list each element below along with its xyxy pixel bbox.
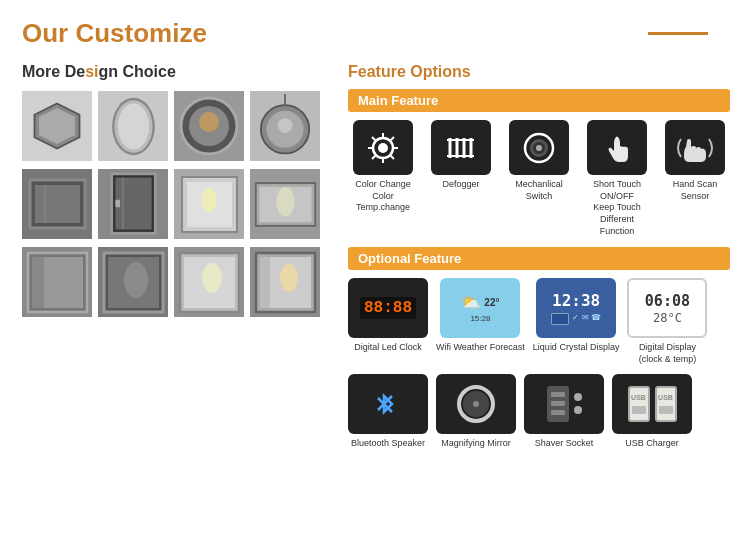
svg-point-6 <box>199 112 219 132</box>
design-hex <box>22 91 92 161</box>
svg-point-20 <box>201 188 217 212</box>
design-rect-frame <box>22 169 92 239</box>
opt-bluetooth: Bluetooth Speaker <box>348 374 428 450</box>
usb-label: USB Charger <box>625 438 679 450</box>
design-wide1 <box>22 247 92 317</box>
design-rect-landscape <box>250 169 320 239</box>
main-layout: More Design Choice <box>22 63 728 458</box>
left-panel: More Design Choice <box>22 63 332 458</box>
opt-shaver: Shaver Socket <box>524 374 604 450</box>
hand-scan-icon-box <box>665 120 725 175</box>
design-wide2 <box>98 247 168 317</box>
mech-switch-icon-box <box>509 120 569 175</box>
svg-rect-35 <box>260 257 270 308</box>
design-wide4 <box>250 247 320 317</box>
touch-icon-box <box>587 120 647 175</box>
feature-color-change: Color ChangeColor Temp.change <box>348 120 418 237</box>
optional-icons-row1: 88:88 Digital Led Clock ⛅ 22° 15:28 Wifi… <box>348 278 730 365</box>
feature-defogger: Defogger <box>426 120 496 237</box>
digital-clock-icon-box: 88:88 <box>348 278 428 338</box>
weather-label: Wifi Weather Forecast <box>436 342 525 354</box>
header: Our Customize <box>22 18 728 49</box>
bluetooth-label: Bluetooth Speaker <box>351 438 425 450</box>
clock-display: 88:88 <box>360 297 416 319</box>
design-circle-pendant <box>250 91 320 161</box>
main-feature-icons: Color ChangeColor Temp.change <box>348 120 730 237</box>
feature-colored: Feature <box>348 63 406 80</box>
svg-point-29 <box>124 262 148 298</box>
design-row-3 <box>22 247 332 317</box>
design-rect-square <box>174 169 244 239</box>
touch-label: Short Touch ON/OFFKeep Touch DifferentFu… <box>582 179 652 237</box>
svg-point-32 <box>202 263 222 293</box>
title-plain: Our <box>22 18 75 48</box>
digital-display2-icon-box: 06:08 28°C <box>627 278 707 338</box>
right-panel: Feature Options Main Feature <box>348 63 730 458</box>
shaver-icon-box <box>524 374 604 434</box>
design-choice-title: More Design Choice <box>22 63 332 81</box>
svg-point-23 <box>276 187 295 217</box>
design-row-2 <box>22 169 332 239</box>
svg-point-46 <box>378 143 388 153</box>
design-row-1 <box>22 91 332 161</box>
opt-digital-display2: 06:08 28°C Digital Display(clock & temp) <box>627 278 707 365</box>
digital-clock-label: Digital Led Clock <box>354 342 422 354</box>
design-rect-portrait <box>98 169 168 239</box>
hand-scan-label: Hand Scan Sensor <box>660 179 730 202</box>
page: Our Customize More Design Choice <box>0 0 750 536</box>
title-colored: Customize <box>75 18 206 48</box>
svg-line-43 <box>390 155 394 159</box>
svg-rect-15 <box>115 177 151 229</box>
bluetooth-icon-box <box>348 374 428 434</box>
digital-display2-label: Digital Display(clock & temp) <box>639 342 697 365</box>
opt-lcd: 12:38 ✓ ✉ ☎ Liquid Crystal Display <box>533 278 620 365</box>
svg-point-61 <box>473 401 479 407</box>
magnify-icon-box <box>436 374 516 434</box>
svg-rect-12 <box>35 185 80 223</box>
main-feature-bar: Main Feature <box>348 89 730 112</box>
color-change-icon-box <box>353 120 413 175</box>
design-wide3 <box>174 247 244 317</box>
optional-feature-bar: Optional Feature <box>348 247 730 270</box>
svg-rect-17 <box>115 199 120 206</box>
defogger-label: Defogger <box>442 179 479 191</box>
design-circle-lit <box>174 91 244 161</box>
svg-rect-26 <box>32 257 44 308</box>
feature-hand-scan: Hand Scan Sensor <box>660 120 730 237</box>
svg-point-36 <box>280 264 298 292</box>
page-title: Our Customize <box>22 18 207 49</box>
weather-icon-box: ⛅ 22° 15:28 <box>440 278 520 338</box>
mech-switch-label: MechanlicalSwitch <box>515 179 563 202</box>
opt-digital-clock: 88:88 Digital Led Clock <box>348 278 428 365</box>
color-change-label: Color ChangeColor Temp.change <box>348 179 418 214</box>
feature-options-title: Feature Options <box>348 63 730 81</box>
defogger-icon-box <box>431 120 491 175</box>
usb-icon-box: USB USB <box>612 374 692 434</box>
svg-line-45 <box>372 155 376 159</box>
svg-point-56 <box>536 145 542 151</box>
feature-mech-switch: MechanlicalSwitch <box>504 120 574 237</box>
svg-point-10 <box>277 118 292 133</box>
svg-line-42 <box>372 137 376 141</box>
header-line <box>648 32 708 35</box>
feature-touch: Short Touch ON/OFFKeep Touch DifferentFu… <box>582 120 652 237</box>
feature-plain: Options <box>406 63 471 80</box>
lcd-icon-box: 12:38 ✓ ✉ ☎ <box>536 278 616 338</box>
opt-weather: ⛅ 22° 15:28 Wifi Weather Forecast <box>436 278 525 365</box>
svg-point-3 <box>117 103 148 149</box>
lcd-label: Liquid Crystal Display <box>533 342 620 354</box>
svg-line-44 <box>390 137 394 141</box>
shaver-label: Shaver Socket <box>535 438 594 450</box>
optional-icons-row2: Bluetooth Speaker Magnifying Mirror <box>348 374 730 450</box>
opt-magnify: Magnifying Mirror <box>436 374 516 450</box>
design-oval <box>98 91 168 161</box>
magnify-label: Magnifying Mirror <box>441 438 511 450</box>
opt-usb: USB USB USB Charger <box>612 374 692 450</box>
